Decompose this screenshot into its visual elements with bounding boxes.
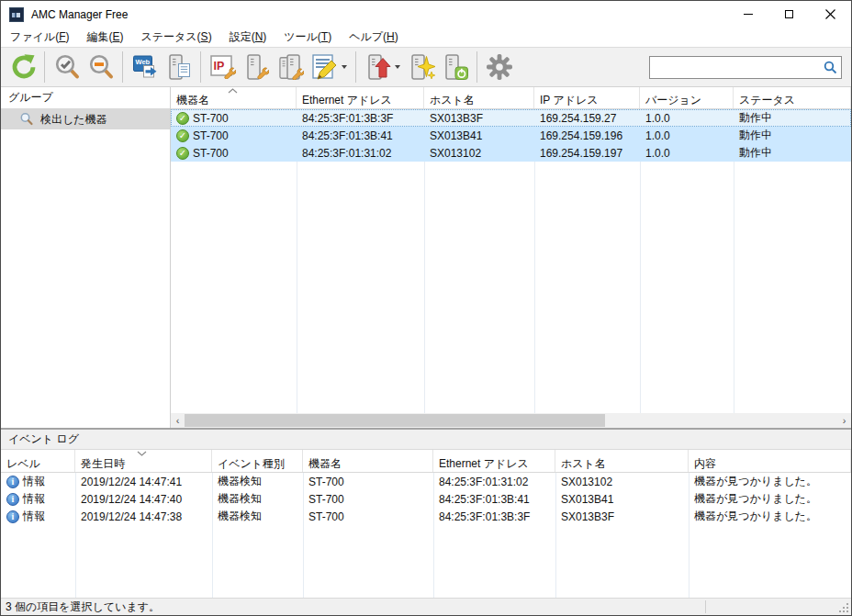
horizontal-scrollbar: ‹ ›: [171, 413, 851, 428]
stop-discovery-button[interactable]: [84, 50, 118, 84]
toolbar-separator: [122, 51, 123, 83]
column-header-detail[interactable]: 内容: [689, 450, 851, 472]
close-button[interactable]: [810, 1, 851, 28]
minimize-icon: [744, 14, 753, 15]
event-type-cell: 機器検知: [212, 509, 303, 524]
open-web-page-button[interactable]: Web: [128, 50, 162, 84]
datetime-cell: 2019/12/24 14:47:40: [75, 493, 212, 506]
menu-file[interactable]: ファイル(F): [3, 27, 76, 48]
group-search-icon: [19, 112, 34, 127]
scroll-left-arrow[interactable]: ‹: [171, 413, 185, 428]
status-cell: 動作中: [734, 110, 851, 126]
window-title: AMC Manager Free: [31, 8, 128, 21]
level-label: 情報: [23, 491, 45, 507]
ethernet-address-cell: 84:25:3F:01:31:02: [297, 147, 424, 160]
group-item-detected-devices[interactable]: 検出した機器: [1, 109, 170, 129]
version-cell: 1.0.0: [640, 129, 734, 142]
event-log-body: 情報 2019/12/24 14:47:41 機器検知 ST-700 84:25…: [1, 473, 851, 598]
menu-tools[interactable]: ツール(T): [276, 27, 339, 48]
level-cell: 情報: [1, 491, 75, 507]
device-ok-icon: [176, 129, 189, 142]
device-name: ST-700: [193, 112, 229, 125]
stop-discovery-icon: [87, 53, 115, 81]
menu-status[interactable]: ステータス(S): [133, 27, 219, 48]
column-header-host-name[interactable]: ホスト名: [424, 87, 534, 108]
menu-tools-label: ツール(: [284, 30, 321, 43]
device-row[interactable]: ST-700 84:25:3F:01:3B:41 SX013B41 169.25…: [171, 127, 851, 144]
firmware-update-dropdown-arrow[interactable]: [395, 65, 400, 69]
initialize-device-button[interactable]: [404, 50, 438, 84]
device-row[interactable]: ST-700 84:25:3F:01:3B:3F SX013B3F 169.25…: [171, 109, 851, 127]
device-name-cell: ST-700: [171, 112, 297, 125]
firmware-update-button[interactable]: [361, 50, 404, 84]
column-header-event-type[interactable]: イベント種別: [212, 450, 303, 472]
ethernet-address-cell: 84:25:3F:01:31:02: [433, 476, 555, 488]
maximize-button[interactable]: [768, 1, 810, 28]
event-row[interactable]: 情報 2019/12/24 14:47:41 機器検知 ST-700 84:25…: [1, 473, 851, 490]
close-icon: [825, 9, 835, 19]
title-bar: AMC Manager Free: [1, 1, 851, 28]
column-separator: [689, 473, 689, 598]
event-row[interactable]: 情報 2019/12/24 14:47:40 機器検知 ST-700 84:25…: [1, 490, 851, 508]
level-cell: 情報: [1, 509, 75, 524]
menu-file-label: ファイル(: [10, 30, 59, 43]
host-name-cell: SX013B3F: [555, 510, 689, 523]
resize-grip[interactable]: [838, 602, 850, 614]
refresh-button[interactable]: [6, 50, 39, 84]
svg-text:IP: IP: [213, 60, 224, 73]
device-row[interactable]: ST-700 84:25:3F:01:31:02 SX013102 169.25…: [171, 144, 851, 162]
menu-help-label: ヘルプ(: [349, 30, 387, 43]
discover-devices-icon: [53, 53, 81, 81]
column-header-version[interactable]: バージョン: [640, 87, 734, 108]
open-web-page-icon: Web: [131, 53, 159, 81]
amc-manager-window: { "window": { "title": "AMC Manager Free…: [0, 0, 852, 616]
option-settings-button[interactable]: [482, 50, 516, 84]
ethernet-address-cell: 84:25:3F:01:3B:3F: [433, 510, 555, 523]
host-name-cell: SX013B41: [424, 129, 534, 142]
ethernet-address-cell: 84:25:3F:01:3B:3F: [297, 112, 424, 125]
menu-edit[interactable]: 編集(E): [79, 27, 130, 48]
device-name-cell: ST-700: [303, 510, 433, 523]
search-input[interactable]: [650, 57, 819, 78]
bulk-settings-icon: [277, 53, 305, 81]
status-bar: 3 個の項目を選択しています。: [1, 598, 851, 615]
column-header-status[interactable]: ステータス: [734, 87, 851, 108]
menu-edit-label: 編集(: [86, 30, 112, 43]
search-icon[interactable]: [819, 61, 841, 74]
event-log-title-bar: イベント ログ: [1, 430, 851, 450]
column-header-ethernet-address[interactable]: Ethernet アドレス: [433, 450, 555, 472]
event-row[interactable]: 情報 2019/12/24 14:47:38 機器検知 ST-700 84:25…: [1, 508, 851, 525]
device-settings-button[interactable]: [240, 50, 274, 84]
group-item-label: 検出した機器: [40, 112, 107, 128]
discover-devices-button[interactable]: [50, 50, 84, 84]
ip-address-settings-icon: IP: [209, 53, 237, 81]
column-header-device-name[interactable]: 機器名: [303, 450, 433, 472]
column-header-ethernet-address[interactable]: Ethernet アドレス: [297, 87, 424, 108]
bulk-settings-button[interactable]: [274, 50, 308, 84]
status-cell: 動作中: [734, 145, 851, 161]
restart-device-button[interactable]: [438, 50, 472, 84]
edit-config-button[interactable]: [308, 50, 351, 84]
event-log-panel: イベント ログ レベル 発生日時 イベント種別 機器名 Ethernet アドレ…: [1, 430, 851, 598]
menu-help[interactable]: ヘルプ(H): [342, 27, 406, 48]
device-status-button[interactable]: [162, 50, 196, 84]
info-icon: [6, 493, 19, 506]
group-panel-header[interactable]: グループ: [1, 87, 170, 109]
ip-address-cell: 169.254.159.196: [534, 129, 640, 142]
device-ok-icon: [176, 147, 189, 160]
detail-cell: 機器が見つかりました。: [689, 474, 851, 489]
ip-address-settings-button[interactable]: IP: [206, 50, 240, 84]
column-header-ip-address[interactable]: IP アドレス: [534, 87, 640, 108]
menu-settings[interactable]: 設定(N): [222, 27, 275, 48]
scroll-right-arrow[interactable]: ›: [837, 413, 851, 428]
column-header-host-name[interactable]: ホスト名: [555, 450, 689, 472]
menu-status-close: ): [208, 30, 212, 43]
window-controls: [727, 1, 851, 28]
scrollbar-thumb[interactable]: [185, 414, 605, 427]
minimize-button[interactable]: [727, 1, 768, 28]
device-ok-icon: [176, 112, 189, 125]
edit-config-dropdown-arrow[interactable]: [342, 65, 347, 69]
device-table-body: ST-700 84:25:3F:01:3B:3F SX013B3F 169.25…: [171, 109, 851, 413]
column-header-level[interactable]: レベル: [1, 450, 75, 472]
search-box: [649, 56, 842, 79]
